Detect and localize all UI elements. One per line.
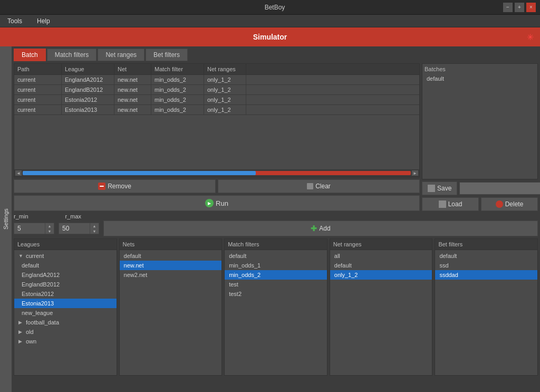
- menu-help[interactable]: Help: [34, 16, 53, 26]
- scroll-right-arrow[interactable]: ►: [412, 170, 418, 176]
- rminmax-add-row: r_min r_max: [14, 213, 538, 219]
- rmax-arrows: ▲ ▼: [90, 223, 99, 234]
- table-row[interactable]: current EnglandB2012 new.net min_odds_2 …: [14, 85, 419, 95]
- clear-icon: [307, 183, 313, 189]
- bf-item-default[interactable]: default: [435, 251, 537, 261]
- rmax-spinner: ▲ ▼: [59, 223, 99, 234]
- tab-net-ranges[interactable]: Net ranges: [98, 49, 144, 61]
- rmax-down[interactable]: ▼: [90, 228, 99, 234]
- menubar: Tools Help: [0, 15, 540, 27]
- tree-arrow: ▶: [18, 329, 25, 334]
- tab-batch[interactable]: Batch: [14, 49, 46, 61]
- save-input[interactable]: [459, 182, 540, 195]
- league-item-own[interactable]: ▶ own: [14, 337, 117, 346]
- league-item-football-data[interactable]: ▶ football_data: [14, 318, 117, 327]
- header-net: Net: [114, 64, 151, 74]
- tab-bet-filters[interactable]: Bet filters: [146, 49, 188, 61]
- settings-sidebar[interactable]: Settings: [0, 46, 12, 392]
- net-item-new-net[interactable]: new.net: [120, 261, 222, 270]
- league-item-default[interactable]: default: [14, 261, 117, 270]
- mf-item-test[interactable]: test: [225, 280, 327, 289]
- delete-button[interactable]: Delete: [481, 197, 538, 211]
- clear-button[interactable]: Clear: [218, 179, 420, 193]
- cell-net-ranges: only_1_2: [204, 95, 246, 104]
- net-item-default[interactable]: default: [120, 251, 222, 261]
- league-item-estonia2013[interactable]: Estonia2013: [14, 299, 117, 308]
- net-item-new2-net[interactable]: new2.net: [120, 270, 222, 280]
- titlebar-title: BetBoy: [46, 4, 503, 11]
- mf-item-min-odds-2[interactable]: min_odds_2: [225, 270, 327, 280]
- bf-item-ssd[interactable]: ssd: [435, 261, 537, 270]
- leagues-panel: Leagues ▼ current default EnglandA2012 E…: [14, 238, 117, 376]
- cell-path: current: [14, 85, 62, 94]
- batches-item[interactable]: default: [425, 74, 535, 83]
- nets-list: default new.net new2.net: [120, 250, 222, 375]
- league-item-englanda2012[interactable]: EnglandA2012: [14, 270, 117, 280]
- rmin-input[interactable]: [14, 223, 45, 234]
- net-ranges-title: Net ranges: [330, 239, 432, 250]
- save-button[interactable]: Save: [422, 181, 457, 195]
- bet-filters-list: default ssd ssddad: [435, 250, 537, 375]
- load-button[interactable]: Load: [422, 197, 479, 211]
- leagues-title: Leagues: [14, 239, 117, 250]
- mf-item-min-odds-1[interactable]: min_odds_1: [225, 261, 327, 270]
- cell-net-ranges: only_1_2: [204, 75, 246, 84]
- horizontal-scrollbar[interactable]: ◄ ►: [14, 169, 419, 177]
- cell-net-ranges: only_1_2: [204, 85, 246, 94]
- cell-path: current: [14, 105, 62, 114]
- batch-table: Path League Net Match filter Net ranges …: [14, 63, 420, 177]
- right-panel: Batches default Save Load: [422, 63, 538, 211]
- table-row[interactable]: current Estonia2013 new.net min_odds_2 o…: [14, 105, 419, 115]
- run-icon: [205, 199, 214, 207]
- run-button[interactable]: Run: [14, 195, 420, 211]
- rmax-label: r_max: [65, 213, 82, 219]
- batches-panel: Batches default: [422, 63, 538, 179]
- rmin-label: r_min: [14, 213, 28, 219]
- cell-path: current: [14, 95, 62, 104]
- nr-item-default[interactable]: default: [330, 261, 432, 270]
- header-match-filter: Match filter: [151, 64, 204, 74]
- simulator-header: Simulator ✳: [0, 27, 540, 46]
- rmin-arrows: ▲ ▼: [45, 223, 54, 234]
- tabs-row: Batch Match filters Net ranges Bet filte…: [14, 49, 538, 61]
- rmax-up[interactable]: ▲: [90, 223, 99, 228]
- leagues-list: ▼ current default EnglandA2012 EnglandB2…: [14, 250, 117, 375]
- league-item-estonia2012[interactable]: Estonia2012: [14, 289, 117, 299]
- maximize-button[interactable]: +: [515, 3, 524, 12]
- tree-arrow: ▼: [18, 253, 25, 259]
- simulator-title: Simulator: [253, 33, 287, 41]
- cell-league: Estonia2012: [62, 95, 114, 104]
- main-area: Settings Batch Match filters Net ranges …: [0, 46, 540, 392]
- settings-tabs-area: Batch Match filters Net ranges Bet filte…: [12, 46, 540, 392]
- mf-item-test2[interactable]: test2: [225, 289, 327, 299]
- tab-match-filters[interactable]: Match filters: [47, 49, 97, 61]
- scroll-track[interactable]: [23, 171, 411, 175]
- table-row[interactable]: current EnglandA2012 new.net min_odds_2 …: [14, 75, 419, 85]
- league-item-old[interactable]: ▶ old: [14, 327, 117, 337]
- tree-arrow: ▶: [18, 320, 25, 325]
- minimize-button[interactable]: −: [503, 3, 513, 12]
- bf-item-ssddad[interactable]: ssddad: [435, 270, 537, 280]
- close-button[interactable]: ×: [526, 3, 536, 12]
- rmax-input[interactable]: [59, 223, 90, 234]
- header-net-ranges: Net ranges: [204, 64, 246, 74]
- add-button[interactable]: ✚ Add: [103, 221, 538, 236]
- menu-tools[interactable]: Tools: [4, 16, 25, 26]
- titlebar-controls: − + ×: [503, 3, 536, 12]
- mf-item-default[interactable]: default: [225, 251, 327, 261]
- rmin-up[interactable]: ▲: [45, 223, 54, 228]
- net-ranges-panel: Net ranges all default only_1_2: [330, 238, 433, 376]
- scroll-left-arrow[interactable]: ◄: [15, 170, 22, 176]
- remove-button[interactable]: Remove: [14, 179, 216, 193]
- league-item-new-league[interactable]: new_league: [14, 308, 117, 318]
- save-icon: [428, 185, 435, 192]
- league-item-englandb2012[interactable]: EnglandB2012: [14, 280, 117, 289]
- content-area: Path League Net Match filter Net ranges …: [14, 63, 538, 211]
- rmin-down[interactable]: ▼: [45, 228, 54, 234]
- scroll-thumb[interactable]: [23, 171, 256, 175]
- spinners-add-row: ▲ ▼ ▲ ▼ ✚ Add: [14, 221, 538, 236]
- nr-item-all[interactable]: all: [330, 251, 432, 261]
- table-row[interactable]: current Estonia2012 new.net min_odds_2 o…: [14, 95, 419, 105]
- league-item-current[interactable]: ▼ current: [14, 251, 117, 261]
- nr-item-only-1-2[interactable]: only_1_2: [330, 270, 432, 280]
